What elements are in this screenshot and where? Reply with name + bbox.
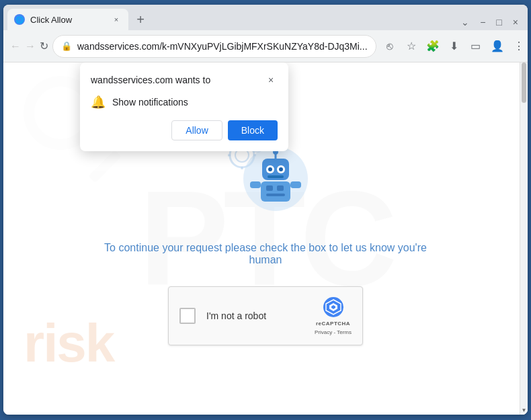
lock-icon: 🔒 bbox=[61, 41, 72, 51]
extensions-icon[interactable]: 🧩 bbox=[423, 37, 442, 56]
svg-rect-21 bbox=[250, 181, 261, 188]
maximize-button[interactable]: □ bbox=[496, 17, 501, 28]
block-button[interactable]: Block bbox=[228, 120, 278, 140]
tab-close-button[interactable]: × bbox=[111, 14, 122, 25]
captcha-label: I'm not a robot bbox=[206, 310, 304, 321]
permission-label: Show notifications bbox=[112, 97, 188, 108]
captcha-links: Privacy - Terms bbox=[315, 329, 352, 335]
minimize-button[interactable]: − bbox=[480, 17, 485, 28]
tab-bar: 🌐 Click Allow × + ⌄ − □ × bbox=[3, 5, 528, 30]
page-content: PTC risk bbox=[3, 62, 528, 415]
tab-favicon: 🌐 bbox=[14, 14, 25, 25]
svg-rect-18 bbox=[266, 185, 273, 191]
svg-point-12 bbox=[268, 167, 272, 171]
popup-close-button[interactable]: × bbox=[264, 73, 278, 87]
svg-rect-17 bbox=[261, 181, 290, 202]
popup-title: wandsservices.com wants to bbox=[91, 75, 210, 85]
recaptcha-logo-icon bbox=[323, 296, 344, 318]
forward-button[interactable]: → bbox=[25, 37, 36, 56]
svg-point-13 bbox=[279, 167, 283, 171]
reload-button[interactable]: ↻ bbox=[40, 37, 48, 56]
download-icon[interactable]: ⬇ bbox=[445, 37, 464, 56]
url-text: wandsservices.com/k-mVNXyuPVjLGibjMFXrSK… bbox=[77, 41, 368, 52]
tab-title: Click Allow bbox=[30, 15, 106, 25]
new-tab-button[interactable]: + bbox=[131, 10, 150, 29]
captcha-branding: reCAPTCHA Privacy - Terms bbox=[315, 296, 352, 335]
address-bar-row: ← → ↻ 🔒 wandsservices.com/k-mVNXyuPVjLGi… bbox=[3, 30, 528, 62]
captcha-brand-label: reCAPTCHA bbox=[316, 321, 350, 327]
chevron-down-icon[interactable]: ⌄ bbox=[461, 17, 469, 28]
active-tab[interactable]: 🌐 Click Allow × bbox=[7, 9, 128, 30]
browser-window: 🌐 Click Allow × + ⌄ − □ × ← → ↻ 🔒 wandss… bbox=[3, 5, 528, 415]
share-icon[interactable]: ⎋ bbox=[380, 37, 399, 56]
back-button[interactable]: ← bbox=[10, 37, 21, 56]
popup-header: wandsservices.com wants to × bbox=[91, 73, 278, 87]
notification-popup: wandsservices.com wants to × 🔔 Show noti… bbox=[80, 62, 288, 151]
bell-icon: 🔔 bbox=[91, 95, 106, 110]
cast-icon[interactable]: ▭ bbox=[466, 37, 485, 56]
bookmark-icon[interactable]: ☆ bbox=[402, 37, 421, 56]
caption-text: To continue your request please check th… bbox=[97, 242, 434, 266]
address-bar[interactable]: 🔒 wandsservices.com/k-mVNXyuPVjLGibjMFXr… bbox=[52, 35, 376, 58]
recaptcha-widget: I'm not a robot reCAPTCHA Privacy - Term… bbox=[168, 286, 363, 345]
back-icon: ← bbox=[10, 40, 21, 52]
svg-rect-19 bbox=[277, 185, 284, 191]
window-controls: ⌄ − □ × bbox=[456, 17, 524, 28]
svg-rect-14 bbox=[268, 175, 284, 178]
allow-button[interactable]: Allow bbox=[171, 120, 222, 140]
toolbar-icons: ⎋ ☆ 🧩 ⬇ ▭ 👤 ⋮ bbox=[380, 37, 528, 56]
menu-icon[interactable]: ⋮ bbox=[509, 37, 528, 56]
popup-permission-row: 🔔 Show notifications bbox=[91, 95, 278, 110]
profile-icon[interactable]: 👤 bbox=[488, 37, 507, 56]
reload-icon: ↻ bbox=[40, 40, 48, 52]
svg-rect-22 bbox=[290, 181, 301, 188]
popup-buttons: Allow Block bbox=[91, 120, 278, 140]
captcha-checkbox[interactable] bbox=[179, 308, 196, 324]
forward-icon: → bbox=[25, 40, 36, 52]
svg-rect-20 bbox=[266, 194, 285, 196]
close-button[interactable]: × bbox=[513, 17, 518, 28]
